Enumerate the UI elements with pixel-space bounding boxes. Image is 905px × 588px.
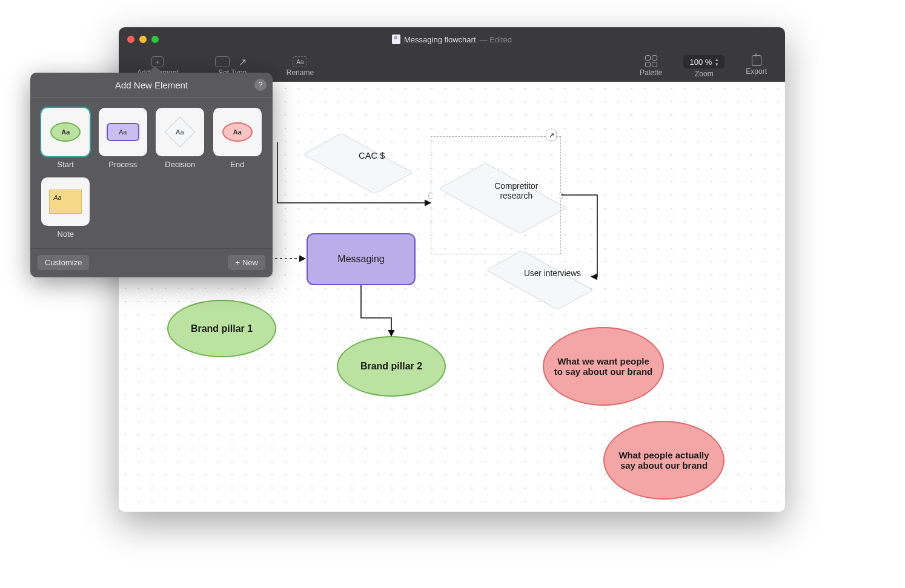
titlebar: Messaging flowchart — Edited xyxy=(119,27,785,51)
decision-tile[interactable]: Aa xyxy=(156,108,204,156)
rename-icon[interactable]: Aa xyxy=(293,56,307,67)
traffic-lights xyxy=(127,36,159,43)
element-end[interactable]: Aa End xyxy=(212,108,264,169)
node-actually-say[interactable]: What people actually say about our brand xyxy=(603,421,724,500)
node-competitor-research[interactable]: Compretitor research xyxy=(458,173,548,224)
document-filename: Messaging flowchart xyxy=(404,35,476,44)
export-icon[interactable] xyxy=(752,55,761,66)
new-button[interactable]: +New xyxy=(228,255,265,270)
minimize-window-button[interactable] xyxy=(139,36,147,43)
selection-popout-button[interactable]: ↗ xyxy=(546,130,557,140)
maximize-window-button[interactable] xyxy=(151,36,159,43)
plus-icon[interactable]: + xyxy=(151,56,164,67)
palette-icon[interactable] xyxy=(645,55,657,67)
element-note[interactable]: Aa Note xyxy=(40,177,91,239)
element-process[interactable]: Aa Process xyxy=(98,108,149,169)
node-brand-pillar-2[interactable]: Brand pillar 2 xyxy=(337,336,446,397)
element-decision[interactable]: Aa Decision xyxy=(154,108,206,169)
document-state: — Edited xyxy=(480,35,512,44)
export-group[interactable]: Export xyxy=(746,55,767,76)
popover-footer: Customize +New xyxy=(30,248,273,277)
close-window-button[interactable] xyxy=(127,36,134,43)
node-brand-pillar-1[interactable]: Brand pillar 1 xyxy=(167,300,276,357)
zoom-stepper-icon[interactable]: ▴▾ xyxy=(715,57,718,67)
zoom-label: Zoom xyxy=(695,70,714,78)
note-tile[interactable]: Aa xyxy=(41,177,90,226)
document-icon xyxy=(392,35,400,44)
customize-button[interactable]: Customize xyxy=(38,255,89,270)
node-want-say[interactable]: What we want people to say about our bra… xyxy=(543,327,664,406)
palette-label: Palette xyxy=(640,68,662,77)
arrow-type-icon[interactable]: ↗ xyxy=(236,56,250,67)
process-tile[interactable]: Aa xyxy=(99,108,147,156)
node-user-interviews[interactable]: User interviews xyxy=(500,260,579,300)
rename-group[interactable]: Aa Rename xyxy=(287,56,314,77)
element-start[interactable]: Aa Start xyxy=(40,108,91,169)
window-title: Messaging flowchart — Edited xyxy=(392,35,512,44)
export-label: Export xyxy=(746,67,767,76)
element-grid: Aa Start Aa Process Aa Decision Aa End A… xyxy=(30,98,273,248)
rename-label: Rename xyxy=(287,68,314,77)
zoom-value: 100 % xyxy=(689,58,712,67)
start-tile[interactable]: Aa xyxy=(41,108,90,156)
palette-group[interactable]: Palette xyxy=(640,55,662,77)
zoom-control[interactable]: 100 % ▴▾ xyxy=(683,55,724,68)
node-messaging[interactable]: Messaging xyxy=(307,233,416,285)
node-cac[interactable]: CAC $ xyxy=(319,142,397,185)
help-icon[interactable]: ? xyxy=(254,79,267,91)
popover-header: Add New Element ? xyxy=(30,73,273,98)
popover-title: Add New Element xyxy=(115,80,188,90)
plus-icon: + xyxy=(235,258,240,267)
zoom-group[interactable]: 100 % ▴▾ Zoom xyxy=(683,55,724,78)
end-tile[interactable]: Aa xyxy=(213,108,262,156)
selection-handle-right[interactable] xyxy=(559,193,563,199)
shape-type-icon[interactable] xyxy=(215,56,230,67)
add-element-popover: Add New Element ? Aa Start Aa Process Aa… xyxy=(30,73,273,277)
selection-handle-left[interactable] xyxy=(428,193,433,199)
